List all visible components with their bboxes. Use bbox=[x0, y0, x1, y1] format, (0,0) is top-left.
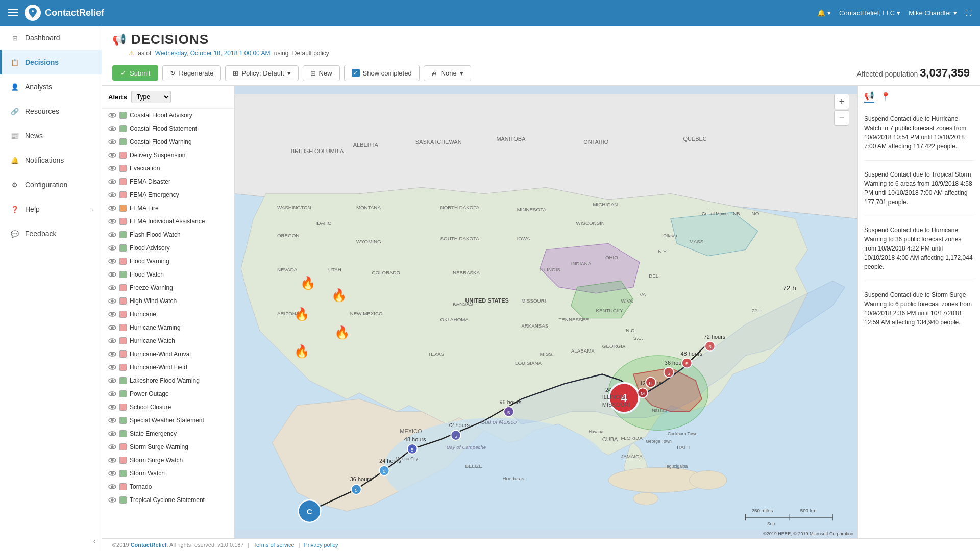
none-label: None bbox=[441, 69, 457, 77]
alert-item[interactable]: Tropical Cyclone Statement bbox=[102, 493, 234, 507]
alert-item[interactable]: FEMA Disaster bbox=[102, 175, 234, 188]
svg-text:UTAH: UTAH bbox=[328, 267, 341, 272]
none-button[interactable]: 🖨 None ▾ bbox=[424, 65, 471, 81]
alert-item[interactable]: Tornado bbox=[102, 480, 234, 493]
alert-item[interactable]: FEMA Fire bbox=[102, 202, 234, 215]
alert-item[interactable]: Power Outage bbox=[102, 387, 234, 400]
alert-item[interactable]: Coastal Flood Advisory bbox=[102, 109, 234, 122]
user-button[interactable]: Mike Chandler ▾ bbox=[909, 9, 957, 17]
alert-item[interactable]: Coastal Flood Statement bbox=[102, 122, 234, 135]
alert-item[interactable]: Flood Advisory bbox=[102, 241, 234, 255]
alert-item[interactable]: Coastal Flood Warning bbox=[102, 135, 234, 148]
alert-item[interactable]: FEMA Individual Assistance bbox=[102, 215, 234, 228]
warning-icon: ⚠ bbox=[129, 49, 134, 57]
alert-color-box bbox=[119, 218, 127, 225]
eye-icon bbox=[108, 244, 116, 252]
svg-text:MEXICO: MEXICO bbox=[400, 428, 422, 434]
alert-color-box bbox=[119, 297, 127, 305]
alert-item[interactable]: Special Weather Statement bbox=[102, 414, 234, 427]
zoom-out-button[interactable]: − bbox=[834, 110, 849, 126]
svg-text:MANITOBA: MANITOBA bbox=[496, 136, 526, 142]
alert-item[interactable]: State Emergency bbox=[102, 427, 234, 440]
logo-text: ContactRelief bbox=[45, 8, 104, 18]
privacy-link[interactable]: Privacy policy bbox=[304, 542, 338, 548]
sidebar-item-analysts[interactable]: 👤 Analysts bbox=[0, 74, 102, 99]
alert-item[interactable]: Hurricane bbox=[102, 308, 234, 321]
new-button[interactable]: ⊞ New bbox=[303, 65, 340, 81]
sidebar-item-dashboard[interactable]: ⊞ Dashboard bbox=[0, 26, 102, 50]
alert-item[interactable]: FEMA Emergency bbox=[102, 188, 234, 202]
new-label: New bbox=[319, 69, 332, 77]
show-completed-button[interactable]: ✓ Show completed bbox=[344, 65, 420, 81]
company-button[interactable]: ContactRelief, LLC ▾ bbox=[839, 9, 900, 17]
submit-button[interactable]: ✓ Submit bbox=[112, 65, 158, 81]
svg-text:5: 5 bbox=[708, 344, 712, 349]
svg-text:OREGON: OREGON bbox=[277, 233, 299, 238]
eye-icon bbox=[108, 204, 116, 212]
policy-button[interactable]: ⊞ Policy: Default ▾ bbox=[225, 65, 298, 81]
alert-item[interactable]: Storm Watch bbox=[102, 467, 234, 480]
alert-item[interactable]: Hurricane-Wind Arrival bbox=[102, 347, 234, 361]
alert-item[interactable]: School Closure bbox=[102, 400, 234, 414]
svg-text:Havana: Havana bbox=[589, 429, 604, 434]
regenerate-button[interactable]: ↻ Regenerate bbox=[162, 65, 221, 81]
eye-icon bbox=[108, 456, 116, 464]
alert-item[interactable]: High Wind Watch bbox=[102, 294, 234, 308]
alert-item[interactable]: Hurricane-Wind Field bbox=[102, 361, 234, 374]
app-header: ContactRelief 🔔 ▾ ContactRelief, LLC ▾ M… bbox=[0, 0, 980, 26]
svg-text:TENNESSEE: TENNESSEE bbox=[558, 317, 589, 322]
as-of-label: as of bbox=[138, 49, 151, 57]
sidebar-item-notifications[interactable]: 🔔 Notifications bbox=[0, 148, 102, 172]
svg-point-53 bbox=[111, 459, 113, 461]
alert-item[interactable]: Flood Warning bbox=[102, 255, 234, 268]
svg-text:48 hours: 48 hours bbox=[681, 350, 703, 357]
svg-text:SOUTH DAKOTA: SOUTH DAKOTA bbox=[440, 236, 480, 241]
eye-icon bbox=[108, 111, 116, 119]
location-panel-icon[interactable]: 📍 bbox=[880, 92, 891, 102]
svg-text:FLORIDA: FLORIDA bbox=[621, 435, 643, 441]
header-left: ContactRelief bbox=[8, 5, 104, 21]
terms-link[interactable]: Terms of service bbox=[253, 542, 294, 548]
svg-text:5: 5 bbox=[668, 370, 671, 376]
alert-item[interactable]: Storm Surge Watch bbox=[102, 454, 234, 467]
eye-icon bbox=[108, 257, 116, 265]
notifications-button[interactable]: 🔔 ▾ bbox=[817, 9, 831, 17]
alert-name: FEMA Individual Assistance bbox=[130, 218, 205, 225]
megaphone-panel-icon[interactable]: 📢 bbox=[864, 91, 874, 103]
zoom-in-button[interactable]: + bbox=[834, 94, 849, 109]
svg-text:Mexico City: Mexico City bbox=[396, 456, 419, 461]
svg-text:500 km: 500 km bbox=[800, 508, 817, 513]
alert-item[interactable]: Flood Watch bbox=[102, 268, 234, 281]
none-dropdown-icon: ▾ bbox=[460, 69, 463, 77]
svg-text:H: H bbox=[649, 380, 652, 386]
sidebar-label-configuration: Configuration bbox=[25, 181, 67, 189]
sidebar-label-analysts: Analysts bbox=[25, 83, 52, 91]
sidebar-item-resources[interactable]: 🔗 Resources bbox=[0, 99, 102, 123]
sidebar-item-configuration[interactable]: ⚙ Configuration bbox=[0, 172, 102, 197]
alert-color-box bbox=[119, 165, 127, 172]
alert-item[interactable]: Hurricane Warning bbox=[102, 321, 234, 334]
alert-item[interactable]: Hurricane Watch bbox=[102, 334, 234, 347]
alert-item[interactable]: Evacuation bbox=[102, 162, 234, 175]
alert-item[interactable]: Lakeshore Flood Warning bbox=[102, 374, 234, 387]
alert-color-box bbox=[119, 191, 127, 198]
sidebar-item-help[interactable]: ❓ Help ‹ bbox=[0, 197, 102, 221]
alert-color-box bbox=[119, 231, 127, 238]
svg-text:5: 5 bbox=[383, 468, 386, 474]
svg-text:NEBRASKA: NEBRASKA bbox=[453, 270, 480, 276]
hamburger-menu[interactable] bbox=[8, 9, 18, 16]
alert-item[interactable]: Freeze Warning bbox=[102, 281, 234, 294]
sidebar-collapse-button[interactable]: ‹ bbox=[0, 531, 102, 551]
svg-text:ILLINOIS: ILLINOIS bbox=[540, 267, 561, 272]
map-copyright: ©2019 HERE, © 2019 Microsoft Corporation bbox=[763, 531, 853, 536]
sidebar-item-decisions[interactable]: 📋 Decisions bbox=[0, 50, 102, 74]
alert-item[interactable]: Delivery Suspension bbox=[102, 148, 234, 162]
fullscreen-button[interactable]: ⛶ bbox=[965, 9, 972, 17]
alerts-type-select[interactable]: Type Severity Region bbox=[131, 91, 171, 103]
alert-item[interactable]: Storm Surge Warning bbox=[102, 440, 234, 454]
sidebar-item-news[interactable]: 📰 News bbox=[0, 123, 102, 148]
map-area[interactable]: 🔥 🔥 🔥 🔥 🔥 C 5 36 hours bbox=[235, 86, 857, 538]
alert-item[interactable]: Flash Flood Watch bbox=[102, 228, 234, 241]
sidebar-item-feedback[interactable]: 💬 Feedback bbox=[0, 221, 102, 246]
regenerate-label: Regenerate bbox=[179, 69, 213, 77]
